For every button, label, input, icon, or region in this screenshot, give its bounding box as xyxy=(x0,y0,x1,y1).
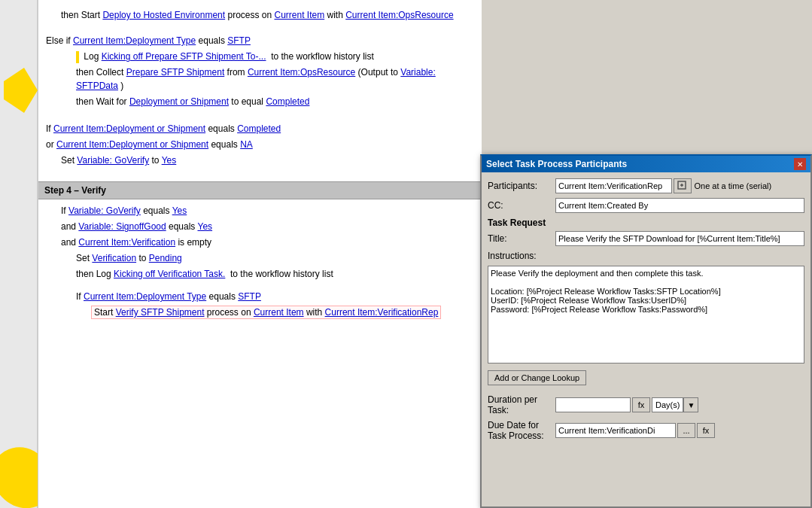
line-set-verification: Set Verification to Pending xyxy=(46,251,474,265)
add-lookup-container: Add or Change Lookup xyxy=(488,370,804,390)
due-date-label: Due Date for Task Process: xyxy=(488,420,555,441)
line-if-goverify: If Variable: GoVerify equals Yes xyxy=(46,204,474,217)
workflow-area: then Start Deploy to Hosted Environment … xyxy=(38,0,482,508)
line-start-verify: Start Verify SFTP Shipment process on Cu… xyxy=(46,306,474,319)
link-completed-2[interactable]: Completed xyxy=(237,123,281,134)
participants-row: Participants: One at a time (serial) xyxy=(488,178,804,193)
due-date-fx-btn[interactable]: fx xyxy=(697,423,715,438)
link-yes-1[interactable]: Yes xyxy=(162,155,177,166)
duration-fx-btn[interactable]: fx xyxy=(632,397,650,412)
link-pending[interactable]: Pending xyxy=(149,253,182,263)
duration-unit-container: Day(s) ▼ xyxy=(652,397,698,412)
start-highlight: Start Verify SFTP Shipment process on Cu… xyxy=(91,306,441,319)
link-goverify[interactable]: Variable: GoVerify xyxy=(77,155,149,166)
link-current-item-1[interactable]: Current Item xyxy=(275,10,325,20)
due-date-lookup-btn[interactable]: ... xyxy=(677,423,695,438)
line-else-if: Else if Current Item:Deployment Type equ… xyxy=(46,34,474,47)
duration-row: Duration per Task: fx Day(s) ▼ xyxy=(488,394,804,415)
line-if-sftp: If Current Item:Deployment Type equals S… xyxy=(46,290,474,303)
link-deploy-hosted[interactable]: Deploy to Hosted Environment xyxy=(102,10,225,20)
cc-label: CC: xyxy=(488,200,555,211)
instructions-label: Instructions: xyxy=(488,251,555,261)
add-change-lookup-btn[interactable]: Add or Change Lookup xyxy=(488,370,586,385)
select-task-dialog: Select Task Process Participants ✕ Parti… xyxy=(480,154,812,508)
instructions-textarea[interactable]: Please Verify the deployment and then co… xyxy=(488,266,804,364)
participants-label: Participants: xyxy=(488,181,555,191)
task-request-label: Task Request xyxy=(488,217,804,228)
participants-input[interactable] xyxy=(555,178,672,193)
duration-unit-label: Day(s) xyxy=(652,397,683,412)
link-ops-resource-2[interactable]: Current Item:OpsResource xyxy=(248,67,355,78)
link-deployment-type-2[interactable]: Current Item:Deployment Type xyxy=(84,291,206,302)
line-log-verification: then Log Kicking off Verification Task. … xyxy=(46,267,474,281)
step4-title: Step 4 – Verify xyxy=(44,185,106,196)
line-and-verification: and Current Item:Verification is empty xyxy=(46,236,474,249)
link-verification-rep[interactable]: Current Item:VerificationRep xyxy=(325,307,439,318)
duration-input[interactable] xyxy=(555,397,631,412)
link-deployment-type-1[interactable]: Current Item:Deployment Type xyxy=(73,35,196,46)
dialog-close-button[interactable]: ✕ xyxy=(794,158,806,170)
line-set-goverify: Set Variable: GoVerify to Yes xyxy=(46,154,474,167)
link-deployment-shipment-1[interactable]: Deployment or Shipment xyxy=(129,96,229,107)
step4-header: Step 4 – Verify xyxy=(38,181,482,199)
line-collect: then Collect Prepare SFTP Shipment from … xyxy=(46,65,474,93)
duration-label: Duration per Task: xyxy=(488,394,555,415)
link-signoff-good[interactable]: Variable: SignoffGood xyxy=(78,221,166,232)
due-date-input[interactable] xyxy=(555,423,676,438)
cc-input[interactable] xyxy=(555,198,804,213)
link-yes-2[interactable]: Yes xyxy=(172,205,187,216)
link-deployment-shipment-2[interactable]: Current Item:Deployment or Shipment xyxy=(53,123,205,134)
spacer-2 xyxy=(46,169,474,175)
spacer-1 xyxy=(46,111,474,120)
yellow-decoration-1 xyxy=(4,68,38,113)
line-or-na: or Current Item:Deployment or Shipment e… xyxy=(46,138,474,151)
fx-icon: fx xyxy=(638,400,645,409)
dialog-body: Participants: One at a time (serial) CC:… xyxy=(482,172,810,452)
line-if-completed: If Current Item:Deployment or Shipment e… xyxy=(46,122,474,135)
link-verification[interactable]: Current Item:Verification xyxy=(78,237,175,248)
link-sftp-1[interactable]: SFTP xyxy=(227,35,251,46)
dialog-title: Select Task Process Participants xyxy=(486,159,627,169)
link-deployment-shipment-3[interactable]: Current Item:Deployment or Shipment xyxy=(56,139,208,150)
instructions-row: Instructions: xyxy=(488,251,804,261)
link-yes-3[interactable]: Yes xyxy=(197,221,212,232)
link-current-item-2[interactable]: Current Item xyxy=(254,307,304,318)
yellow-bar-indicator xyxy=(76,51,79,63)
line-log: Log Kicking off Prepare SFTP Shipment To… xyxy=(46,50,474,63)
link-goverify-2[interactable]: Variable: GoVerify xyxy=(68,205,141,216)
link-completed-1[interactable]: Completed xyxy=(266,96,309,107)
line-then-start: then Start Deploy to Hosted Environment … xyxy=(46,8,474,22)
due-date-row: Due Date for Task Process: ... fx xyxy=(488,420,804,441)
title-label: Title: xyxy=(488,233,555,244)
left-icon-area xyxy=(0,0,38,508)
link-sftp-2[interactable]: SFTP xyxy=(238,291,261,302)
duration-unit-dropdown[interactable]: ▼ xyxy=(683,397,698,412)
link-verify-sftp[interactable]: Verify SFTP Shipment xyxy=(116,307,205,318)
title-input[interactable] xyxy=(555,231,804,246)
one-at-time-label: One at a time (serial) xyxy=(695,181,805,190)
title-row: Title: xyxy=(488,231,804,246)
blank-line-1 xyxy=(46,24,474,32)
link-verification-field[interactable]: Verification xyxy=(92,253,136,263)
link-ops-resource-1[interactable]: Current Item:OpsResource xyxy=(345,10,453,20)
line-and-signoff: and Variable: SignoffGood equals Yes xyxy=(46,220,474,233)
link-prepare-sftp[interactable]: Prepare SFTP Shipment xyxy=(126,67,225,78)
line-wait-for: then Wait for Deployment or Shipment to … xyxy=(46,95,474,108)
link-kicking-verification[interactable]: Kicking off Verification Task. xyxy=(114,269,225,279)
lookup-icon xyxy=(677,181,688,191)
spacer-3 xyxy=(46,283,474,287)
participants-lookup-btn[interactable] xyxy=(674,178,692,193)
dialog-titlebar: Select Task Process Participants ✕ xyxy=(482,156,810,172)
link-kicking-off-sftp[interactable]: Kicking off Prepare SFTP Shipment To-... xyxy=(102,51,266,62)
cc-row: CC: xyxy=(488,198,804,213)
link-na[interactable]: NA xyxy=(240,139,253,150)
